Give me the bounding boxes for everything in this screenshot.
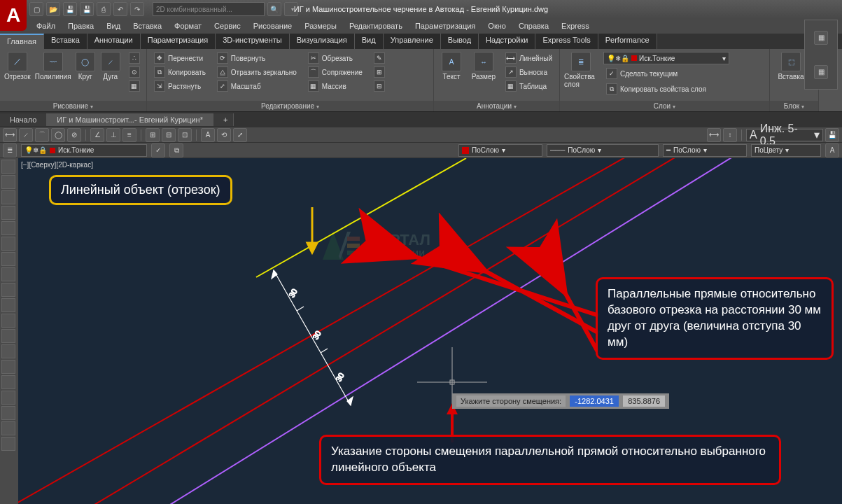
menu-format[interactable]: Формат	[169, 20, 207, 31]
tab-parametric[interactable]: Параметризация	[141, 34, 216, 49]
mod-extra2[interactable]: ⊞	[371, 66, 388, 78]
vt-region[interactable]	[1, 391, 15, 405]
rotate-button[interactable]: ⟳Повернуть	[214, 52, 300, 64]
menu-view[interactable]: Вид	[101, 20, 126, 31]
redo-icon[interactable]: ↷	[130, 2, 144, 16]
menu-tools[interactable]: Сервис	[209, 20, 246, 31]
vt-xline[interactable]	[1, 175, 15, 189]
vt-ellipse[interactable]	[1, 283, 15, 297]
vt-text[interactable]	[1, 437, 15, 451]
draw-extra2[interactable]: ⊙	[126, 66, 143, 78]
undo-icon[interactable]: ↶	[113, 2, 127, 16]
layer-prop-dropdown[interactable]: 💡❄🔒Иск.Тонкие	[21, 144, 147, 157]
tab-output[interactable]: Вывод	[441, 34, 479, 49]
linetype-dropdown[interactable]: ───ПоСлою▾	[547, 144, 659, 157]
search-input[interactable]: 2D комбинированный...	[153, 2, 265, 16]
polyline-button[interactable]: 〰Полилиния	[36, 52, 70, 80]
dimstyle-dropdown[interactable]: AИнж. 5-0.5▾	[746, 129, 823, 141]
doc-tab-start[interactable]: Начало	[0, 113, 47, 126]
tb-dim2[interactable]: ⟋	[19, 128, 33, 142]
dynamic-input[interactable]: Укажите сторону смещения: -1282.0431 835…	[452, 393, 669, 409]
trim-button[interactable]: ✂Обрезать	[305, 52, 365, 64]
dynamic-x[interactable]: -1282.0431	[570, 396, 619, 407]
mirror-button[interactable]: ⧋Отразить зеркально	[214, 66, 300, 78]
menu-parametric[interactable]: Параметризация	[409, 20, 481, 31]
vt-insert[interactable]	[1, 314, 15, 328]
vt-rect[interactable]	[1, 221, 15, 235]
plot-icon[interactable]: ⎙	[97, 2, 111, 16]
save-icon[interactable]: 💾	[63, 2, 77, 16]
menu-express[interactable]: Express	[556, 20, 595, 31]
leader-button[interactable]: ↗Выноска	[503, 66, 555, 78]
menu-edit[interactable]: Правка	[62, 20, 99, 31]
copy-button[interactable]: ⧉Копировать	[151, 66, 209, 78]
new-icon[interactable]: ▢	[29, 2, 43, 16]
vt-point[interactable]	[1, 344, 15, 358]
panel-icon2[interactable]: ▦	[814, 65, 828, 79]
doc-tab-current[interactable]: ИГ и Машиностроит...- Евгений Курицин*	[47, 113, 213, 126]
copy-layer-props-button[interactable]: ⧉Копировать свойства слоя	[603, 83, 729, 95]
array-button[interactable]: ▦Массив	[305, 80, 365, 92]
menu-draw[interactable]: Рисование	[248, 20, 297, 31]
prop-btn2[interactable]: ✓	[151, 144, 165, 158]
tb-dim15[interactable]: ⟷	[707, 128, 721, 142]
tb-dim7[interactable]: ⊥	[106, 128, 120, 142]
tb-dim12[interactable]: A	[201, 128, 215, 142]
tab-manage[interactable]: Управление	[384, 34, 441, 49]
vt-ellipsearc[interactable]	[1, 298, 15, 312]
table-button[interactable]: ▦Таблица	[503, 80, 555, 92]
panel-annot-caption[interactable]: Аннотации	[434, 101, 559, 111]
dimension-button[interactable]: ↔Размер	[470, 52, 497, 80]
menu-window[interactable]: Окно	[482, 20, 512, 31]
vt-line[interactable]	[1, 160, 15, 174]
menu-insert[interactable]: Вставка	[127, 20, 167, 31]
tab-view[interactable]: Вид	[355, 34, 384, 49]
lineweight-dropdown[interactable]: ━ПоСлою▾	[663, 144, 747, 157]
menu-modify[interactable]: Редактировать	[344, 20, 408, 31]
tb-dim16[interactable]: ↕	[723, 128, 737, 142]
scale-button[interactable]: ⤢Масштаб	[214, 80, 300, 92]
tb-dim3[interactable]: ⌒	[35, 128, 49, 142]
prop-btn1[interactable]: ≣	[3, 144, 17, 158]
menu-dimension[interactable]: Размеры	[299, 20, 342, 31]
tb-dim11[interactable]: ⊡	[178, 128, 192, 142]
tb-dim6[interactable]: ∠	[90, 128, 104, 142]
stretch-button[interactable]: ⇲Растянуть	[151, 80, 209, 92]
open-icon[interactable]: 📂	[46, 2, 60, 16]
layer-props-button[interactable]: ≣Свойства слоя	[564, 52, 598, 88]
mod-extra1[interactable]: ✎	[371, 52, 388, 64]
tab-performance[interactable]: Performance	[598, 34, 657, 49]
tb-dim8[interactable]: ≡	[122, 128, 136, 142]
vt-polygon[interactable]	[1, 206, 15, 220]
vt-arc[interactable]	[1, 237, 15, 251]
tb-dim10[interactable]: ⊟	[162, 128, 176, 142]
menu-file[interactable]: Файл	[31, 20, 61, 31]
tb-dimstyle-save[interactable]: 💾	[825, 128, 839, 142]
tb-dim1[interactable]: ⟷	[3, 128, 17, 142]
vt-block[interactable]	[1, 329, 15, 343]
menu-help[interactable]: Справка	[513, 20, 554, 31]
app-logo[interactable]: A	[0, 0, 27, 31]
circle-button[interactable]: ◯Круг	[76, 52, 95, 80]
vt-mtext[interactable]	[1, 421, 15, 435]
panel-draw-caption[interactable]: Рисование	[0, 101, 146, 111]
line-button[interactable]: ／Отрезок	[4, 52, 31, 80]
vt-circle[interactable]	[1, 252, 15, 266]
search-icon[interactable]: 🔍	[267, 2, 281, 16]
text-button[interactable]: AТекст	[438, 52, 465, 80]
collapsed-panel[interactable]: ▦ ▦	[804, 20, 838, 90]
tab-addins[interactable]: Надстройки	[479, 34, 535, 49]
tb-dim4[interactable]: ◯	[51, 128, 65, 142]
vt-hatch[interactable]	[1, 360, 15, 374]
arc-button[interactable]: ⟋Дуга	[101, 52, 120, 80]
plotstyle-dropdown[interactable]: ПоЦвету▾	[751, 144, 821, 157]
panel-icon[interactable]: ▦	[814, 31, 828, 45]
mod-extra3[interactable]: ⊟	[371, 80, 388, 92]
make-current-button[interactable]: ✓Сделать текущим	[603, 67, 729, 80]
vt-table[interactable]	[1, 406, 15, 420]
tab-insert[interactable]: Вставка	[44, 34, 87, 49]
vt-gradient[interactable]	[1, 375, 15, 389]
panel-modify-caption[interactable]: Редактирование	[147, 101, 433, 111]
insert-block-button[interactable]: ⬚Вставка	[774, 52, 808, 80]
prop-btn3[interactable]: ⧉	[169, 144, 183, 158]
